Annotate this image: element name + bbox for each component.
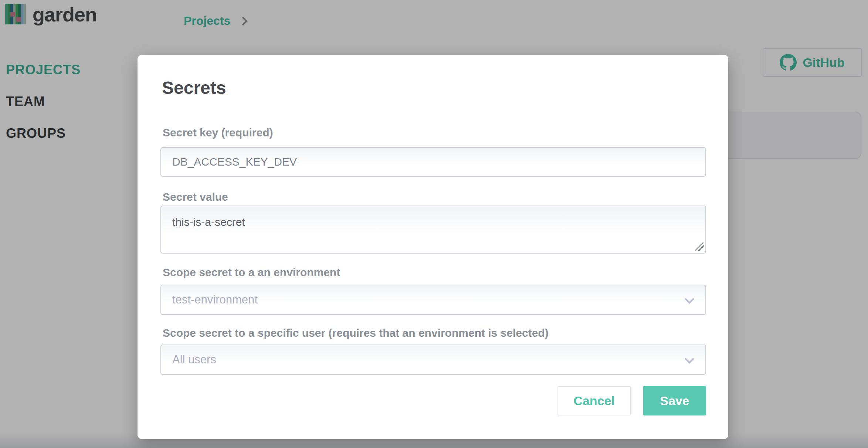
environment-select[interactable]: test-environment <box>160 285 706 315</box>
secrets-modal: Secrets Secret key (required) Secret val… <box>138 55 728 439</box>
secret-value-field: this-is-a-secret <box>160 206 706 254</box>
environment-select-value: test-environment <box>172 293 258 306</box>
secret-value-textarea[interactable]: this-is-a-secret <box>161 206 705 253</box>
secret-key-label: Secret key (required) <box>163 126 273 139</box>
modal-title: Secrets <box>162 78 226 98</box>
user-scope-label: Scope secret to a specific user (require… <box>163 327 549 339</box>
cancel-button[interactable]: Cancel <box>557 386 631 415</box>
user-select[interactable]: All users <box>160 345 706 375</box>
secret-value-label: Secret value <box>163 191 228 203</box>
chevron-down-icon <box>685 354 694 363</box>
chevron-down-icon <box>685 294 694 303</box>
secret-key-input[interactable] <box>160 147 706 177</box>
user-select-value: All users <box>172 353 216 366</box>
environment-scope-label: Scope secret to a an environment <box>163 266 340 279</box>
resize-grip-icon[interactable] <box>695 242 704 251</box>
save-button[interactable]: Save <box>643 386 706 415</box>
modal-actions: Cancel Save <box>557 386 706 415</box>
